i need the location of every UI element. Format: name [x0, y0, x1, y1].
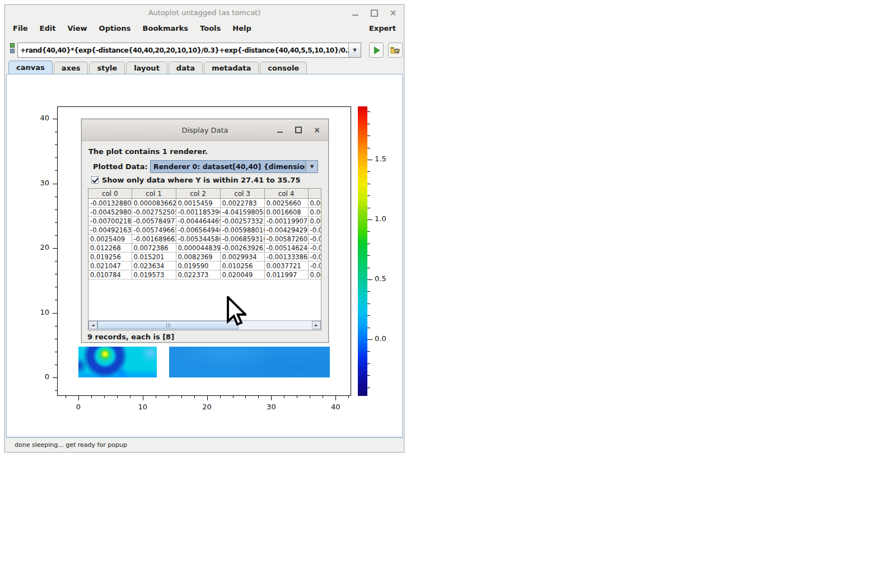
browse-button[interactable] [388, 43, 403, 58]
plotted-data-label: Plotted Data: [93, 162, 148, 171]
y-filter-label: Show only data where Y is within 27.41 t… [102, 176, 300, 184]
menu-view[interactable]: View [67, 24, 87, 32]
table-cell: -0.006564946... [176, 226, 220, 235]
chevron-down-icon[interactable]: ▼ [306, 161, 318, 172]
plot-canvas[interactable]: 0102030400102030401.51.00.50.0 Display D… [6, 74, 403, 437]
close-button[interactable]: × [388, 8, 398, 18]
menu-tools[interactable]: Tools [200, 24, 221, 32]
table-cell: -0.002639263... [220, 244, 264, 253]
axis-tick-label: 30 [263, 403, 279, 411]
dialog-minimize-button[interactable] [276, 125, 284, 134]
uri-input[interactable] [18, 43, 352, 57]
table-cell: -0.005784977... [132, 217, 176, 226]
tab-data[interactable]: data [169, 62, 203, 74]
scroll-right-button[interactable]: ► [312, 321, 321, 329]
table-cell: 0.0015459 [176, 199, 220, 208]
menu-bookmarks[interactable]: Bookmarks [143, 24, 189, 32]
table-row[interactable]: 0.0210470.0236340.0195900.0102560.003772… [88, 262, 321, 270]
uri-dropdown-button[interactable]: ▼ [348, 43, 361, 57]
table-cell: 0.00 [308, 270, 321, 279]
go-button[interactable] [369, 43, 384, 58]
axis-tick [367, 363, 370, 364]
table-row[interactable]: 0.0107840.0195730.0223730.0200490.011997… [88, 270, 321, 279]
table-cell: 0.010784 [88, 270, 132, 279]
data-table: col 0col 1col 2col 3col 4 -0.001328804..… [88, 189, 321, 279]
plotted-data-select[interactable]: Renderer 0: dataset[40,40] {dimension...… [150, 160, 318, 173]
table-row[interactable]: 0.0025409-0.001689662...-0.005344580...-… [88, 235, 321, 244]
table-header-cell [308, 189, 321, 199]
axis-tick-label: 20 [31, 243, 49, 251]
axis-tick [53, 248, 57, 249]
folder-search-icon [390, 46, 400, 55]
table-row[interactable]: 0.0122680.00723860.000044839-0.002639263… [88, 244, 321, 253]
window-titlebar[interactable]: Autoplot untagged (as tomcat) × [5, 5, 404, 21]
menu-edit[interactable]: Edit [40, 24, 56, 32]
table-cell: -0.006859316... [220, 235, 264, 244]
horizontal-scrollbar[interactable]: ◄ ► [88, 320, 321, 330]
table-cell: -0.0 [308, 226, 321, 235]
play-icon [374, 46, 380, 54]
tab-metadata[interactable]: metadata [204, 62, 259, 74]
table-header-cell: col 3 [220, 189, 264, 199]
axis-tick [284, 396, 284, 398]
menu-file[interactable]: File [13, 24, 28, 32]
axis-tick [348, 396, 349, 398]
tab-console[interactable]: console [260, 62, 307, 74]
axis-tick [367, 328, 370, 328]
table-row[interactable]: -0.001328804...0.0000836620.00154590.002… [88, 199, 321, 208]
green-square-icon [10, 43, 15, 48]
status-text: done sleeping... get ready for popup [15, 441, 127, 449]
axis-tick [55, 197, 57, 197]
table-cell: -0.001333864... [264, 253, 308, 262]
dialog-titlebar[interactable]: Display Data × [82, 119, 328, 141]
menu-help[interactable]: Help [232, 24, 251, 32]
scroll-left-button[interactable]: ◄ [88, 321, 97, 329]
axis-tick [367, 136, 370, 136]
menu-expert[interactable]: Expert [369, 24, 396, 32]
data-table-viewport: col 0col 1col 2col 3col 4 -0.001328804..… [88, 189, 321, 321]
axis-tick [367, 315, 370, 316]
table-row[interactable]: -0.004529800...-0.002752505...-0.0011853… [88, 208, 321, 217]
y-filter-checkbox[interactable] [91, 176, 99, 184]
axis-tick [335, 396, 336, 400]
table-cell: -0.004921634... [88, 226, 132, 235]
minimize-button[interactable] [350, 8, 360, 18]
colorbar [358, 106, 367, 396]
table-row[interactable]: 0.0192560.0152010.00823690.0029934-0.001… [88, 253, 321, 262]
table-cell: 0.00 [308, 217, 321, 226]
tab-axes[interactable]: axes [54, 62, 88, 74]
uri-field: ▼ [17, 43, 361, 58]
blue-square-icon [10, 49, 15, 53]
table-cell: -0.005344580... [176, 235, 220, 244]
table-cell: -0.004529800... [88, 208, 132, 217]
axis-tick [367, 375, 370, 376]
table-row[interactable]: -0.007002187...-0.005784977...-0.0044644… [88, 217, 321, 226]
table-row[interactable]: -0.004921634...-0.005749665...-0.0065649… [88, 226, 321, 235]
minimize-icon [277, 132, 283, 133]
tab-canvas[interactable]: canvas [8, 60, 53, 74]
axis-tick-label: 0 [31, 372, 49, 381]
axis-tick [367, 339, 372, 340]
tab-layout[interactable]: layout [126, 62, 167, 74]
axis-tick [271, 396, 272, 400]
plotted-data-value: Renderer 0: dataset[40,40] {dimension... [153, 162, 305, 171]
app-window: Autoplot untagged (as tomcat) × FileEdit… [4, 4, 404, 452]
axis-tick [310, 396, 310, 398]
tab-style[interactable]: style [89, 62, 125, 74]
maximize-button[interactable] [369, 8, 379, 18]
dialog-close-button[interactable]: × [312, 125, 321, 134]
axis-tick [367, 351, 370, 352]
axis-tick [367, 268, 370, 268]
axis-tick [55, 300, 57, 300]
uri-toolbar: ▼ [5, 36, 404, 61]
axis-tick [117, 396, 118, 398]
table-cell: 0.019590 [176, 262, 220, 270]
menu-options[interactable]: Options [99, 24, 131, 32]
table-cell: 0.0037721 [264, 262, 308, 270]
status-bar: done sleeping... get ready for popup [5, 437, 404, 452]
table-cell: -0.004294298... [264, 226, 308, 235]
scrollbar-thumb[interactable] [97, 321, 239, 329]
axis-tick [55, 132, 57, 132]
dialog-maximize-button[interactable] [294, 125, 303, 134]
table-cell: -0.001185396... [176, 208, 220, 217]
